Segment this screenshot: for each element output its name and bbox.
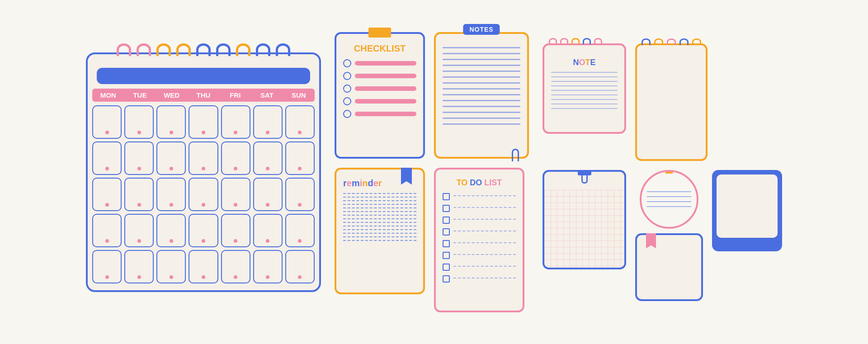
sq-checkbox[interactable] xyxy=(443,228,450,236)
circle-note-group xyxy=(635,170,703,301)
large-blue-card-inner xyxy=(717,174,778,238)
notes-line xyxy=(443,118,520,119)
circle-checkbox[interactable] xyxy=(343,59,351,67)
grid-pattern xyxy=(544,190,624,268)
note-line xyxy=(551,99,618,100)
calendar-cell xyxy=(92,214,122,247)
calendar-cell xyxy=(124,250,154,283)
calendar-cell xyxy=(156,178,186,211)
spiral-notebook-rings xyxy=(642,38,701,45)
circle-checkbox[interactable] xyxy=(343,97,351,105)
notes-line xyxy=(443,65,520,66)
sq-checkbox[interactable] xyxy=(443,264,450,271)
sq-checkbox[interactable] xyxy=(443,193,450,200)
todo-item xyxy=(443,240,516,247)
middle-top: CHECKLIST NOTES xyxy=(335,32,529,159)
grid-notebook xyxy=(542,170,626,269)
note-spiral xyxy=(549,38,620,44)
calendar-cell xyxy=(253,214,283,247)
calendar-cell xyxy=(92,178,122,211)
reminder-line xyxy=(343,204,416,205)
ring-4 xyxy=(176,43,191,56)
notes-line xyxy=(443,76,520,78)
paperclip-icon xyxy=(512,149,519,161)
spiral-ring-2 xyxy=(560,38,568,44)
sq-checkbox[interactable] xyxy=(443,217,450,224)
calendar-cell xyxy=(285,141,315,175)
sq-checkbox[interactable] xyxy=(443,252,450,259)
note-line xyxy=(551,76,618,77)
ring-6 xyxy=(216,43,231,56)
todo-item xyxy=(443,217,516,224)
ring-2 xyxy=(137,43,151,56)
main-container: MON TUE WED THU FRI SAT SUN CHECKLIST NO… xyxy=(68,23,800,321)
note-line xyxy=(551,72,618,73)
check-line xyxy=(355,86,416,91)
todo-card: TO DO LIST xyxy=(434,168,524,312)
todo-item xyxy=(443,193,516,200)
todo-line xyxy=(453,207,516,208)
notes-line xyxy=(443,59,520,60)
calendar-cell xyxy=(92,250,122,283)
reminder-line xyxy=(343,240,416,241)
reminder-line xyxy=(343,200,416,201)
sq-checkbox[interactable] xyxy=(443,205,450,212)
ring-8 xyxy=(256,43,270,56)
reminder-line xyxy=(343,197,416,198)
calendar-cell xyxy=(285,250,315,283)
calendar-cell xyxy=(221,214,250,247)
ring-7 xyxy=(236,43,250,56)
notes-line xyxy=(443,94,520,95)
notes-card: NOTES xyxy=(434,32,529,159)
reminder-line xyxy=(343,236,416,237)
sn-ring-5 xyxy=(692,38,701,45)
todo-line xyxy=(453,219,516,220)
sq-checkbox[interactable] xyxy=(443,240,450,247)
calendar-cell xyxy=(221,250,250,283)
ring-9 xyxy=(276,43,290,56)
notes-line xyxy=(443,88,520,90)
notes-line xyxy=(443,106,520,107)
calendar-cell xyxy=(189,250,218,283)
checklist-item xyxy=(343,85,416,93)
right-top: NOTE xyxy=(542,43,782,161)
sq-checkbox[interactable] xyxy=(443,275,450,283)
calendar-cell xyxy=(253,250,283,283)
circle-checkbox[interactable] xyxy=(343,85,351,93)
ring-1 xyxy=(117,43,131,56)
reminder-line xyxy=(343,211,416,212)
reminder-lines xyxy=(343,193,416,241)
note-line xyxy=(551,90,618,91)
right-section: NOTE xyxy=(542,43,782,301)
circle-checkbox[interactable] xyxy=(343,110,351,118)
calendar-cell xyxy=(221,141,250,175)
tape xyxy=(368,28,391,38)
circle-checkbox[interactable] xyxy=(343,72,351,80)
calendar-cell xyxy=(156,214,186,247)
notes-line xyxy=(443,100,520,101)
checklist-item xyxy=(343,72,416,80)
checklist-card: CHECKLIST xyxy=(335,32,425,159)
sn-ring-2 xyxy=(654,38,663,45)
bookmark-pink-icon xyxy=(646,233,656,249)
spiral-ring-1 xyxy=(549,38,557,44)
circle-clip-icon xyxy=(665,170,673,174)
notes-title: NOTES xyxy=(469,26,493,33)
spiral-ring-5 xyxy=(594,38,602,44)
large-blue-card xyxy=(712,170,782,251)
day-thu: THU xyxy=(188,91,219,99)
todo-item xyxy=(443,228,516,236)
sn-ring-4 xyxy=(679,38,689,45)
notes-line xyxy=(443,71,520,72)
calendar-cell xyxy=(189,214,218,247)
calendar-cell xyxy=(156,141,186,175)
notes-line xyxy=(443,47,520,48)
calendar-cell xyxy=(285,105,315,139)
checklist-item xyxy=(343,97,416,105)
note-line xyxy=(551,81,618,82)
reminder-line xyxy=(343,215,416,216)
check-line xyxy=(355,74,416,78)
todo-line xyxy=(453,266,516,267)
todo-line xyxy=(453,195,516,196)
todo-title: TO DO LIST xyxy=(443,178,516,188)
